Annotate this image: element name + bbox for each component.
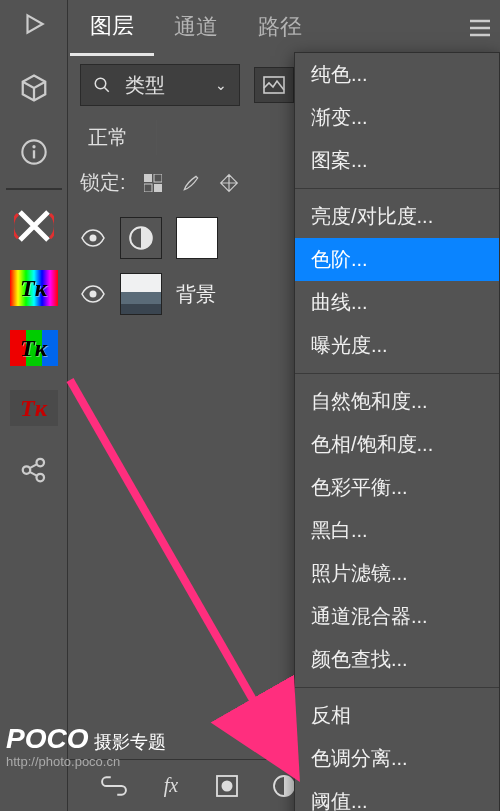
menu-item[interactable]: 自然饱和度...	[295, 380, 499, 423]
filter-pixel-icon[interactable]	[254, 67, 294, 103]
tk-rainbow-icon[interactable]: Tк	[10, 270, 58, 306]
share-icon[interactable]	[14, 450, 54, 490]
tk-plain-icon[interactable]: Tк	[10, 390, 58, 426]
svg-point-14	[90, 291, 97, 298]
info-icon[interactable]	[14, 132, 54, 172]
menu-item[interactable]: 阈值...	[295, 780, 499, 811]
fx-icon[interactable]: fx	[154, 769, 188, 803]
tab-channels[interactable]: 通道	[154, 2, 238, 54]
chevron-down-icon: ⌄	[215, 77, 227, 93]
menu-item[interactable]: 通道混合器...	[295, 595, 499, 638]
lock-brush-icon[interactable]	[180, 172, 202, 194]
menu-item[interactable]: 图案...	[295, 139, 499, 182]
layer-thumb	[120, 273, 162, 315]
menu-item[interactable]: 色阶...	[295, 238, 499, 281]
svg-rect-9	[154, 184, 162, 192]
svg-rect-11	[144, 184, 152, 192]
visibility-eye-icon[interactable]	[80, 285, 106, 303]
separator	[6, 188, 62, 190]
svg-point-16	[222, 780, 233, 791]
svg-point-6	[95, 78, 106, 89]
menu-item[interactable]: 颜色查找...	[295, 638, 499, 681]
filter-kind-dropdown[interactable]: 类型 ⌄	[80, 64, 240, 106]
menu-item[interactable]: 纯色...	[295, 53, 499, 96]
panel-menu-icon[interactable]	[460, 0, 500, 56]
menu-separator	[295, 188, 499, 189]
menu-item[interactable]: 反相	[295, 694, 499, 737]
svg-rect-8	[144, 174, 152, 182]
close-x-icon[interactable]	[14, 206, 54, 246]
layer-name: 背景	[176, 281, 216, 308]
lock-pixels-icon[interactable]	[142, 172, 164, 194]
link-layers-icon[interactable]	[97, 769, 131, 803]
menu-item[interactable]: 色彩平衡...	[295, 466, 499, 509]
adjustment-thumb	[120, 217, 162, 259]
menu-item[interactable]: 照片滤镜...	[295, 552, 499, 595]
add-mask-icon[interactable]	[210, 769, 244, 803]
cube-icon[interactable]	[14, 68, 54, 108]
lock-position-icon[interactable]	[218, 172, 240, 194]
play-icon[interactable]	[14, 4, 54, 44]
filter-kind-label: 类型	[125, 72, 165, 99]
svg-point-3	[22, 466, 30, 474]
lock-label: 锁定:	[80, 169, 126, 196]
menu-item[interactable]: 渐变...	[295, 96, 499, 139]
menu-separator	[295, 687, 499, 688]
tab-paths[interactable]: 路径	[238, 2, 322, 54]
tk-rgb-icon[interactable]: Tк	[10, 330, 58, 366]
tab-layers[interactable]: 图层	[70, 1, 154, 56]
svg-rect-2	[32, 150, 34, 158]
menu-item[interactable]: 色相/饱和度...	[295, 423, 499, 466]
menu-item[interactable]: 曝光度...	[295, 324, 499, 367]
visibility-eye-icon[interactable]	[80, 229, 106, 247]
adjustment-layer-menu: 纯色...渐变...图案...亮度/对比度...色阶...曲线...曝光度...…	[294, 52, 500, 811]
svg-point-12	[90, 235, 97, 242]
svg-point-1	[32, 145, 35, 148]
svg-rect-10	[154, 174, 162, 182]
left-dock: Tк Tк Tк	[0, 0, 68, 811]
menu-item[interactable]: 曲线...	[295, 281, 499, 324]
blend-mode-dropdown[interactable]: 正常	[80, 120, 157, 155]
menu-separator	[295, 373, 499, 374]
menu-item[interactable]: 黑白...	[295, 509, 499, 552]
layer-mask-thumb	[176, 217, 218, 259]
menu-item[interactable]: 亮度/对比度...	[295, 195, 499, 238]
menu-item[interactable]: 色调分离...	[295, 737, 499, 780]
panel-tabs: 图层 通道 路径	[68, 0, 500, 56]
